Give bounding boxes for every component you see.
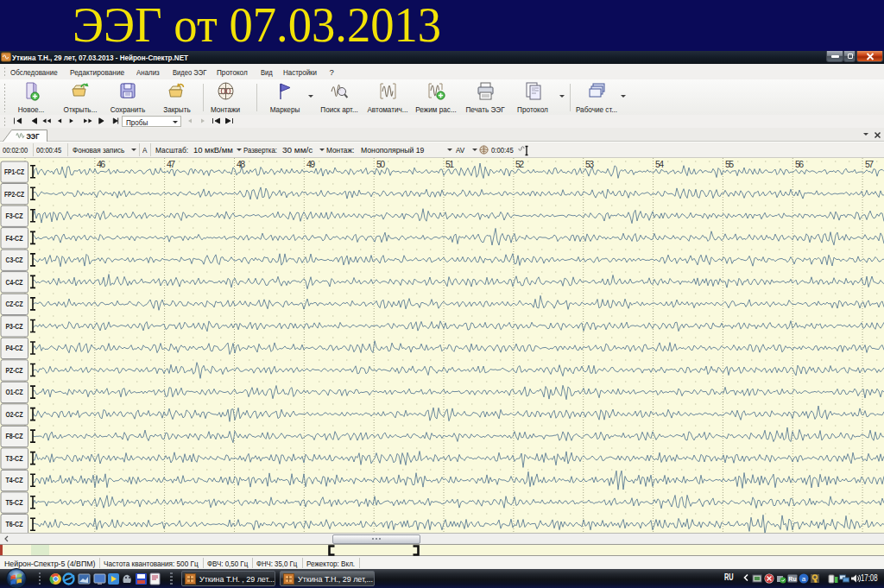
svg-text:56: 56	[795, 159, 804, 169]
svg-text:O1-CZ: O1-CZ	[6, 388, 23, 396]
svg-text:48: 48	[237, 159, 245, 169]
svg-text:F8-CZ: F8-CZ	[6, 432, 23, 440]
svg-text:49: 49	[306, 159, 315, 169]
svg-text:P4-CZ: P4-CZ	[6, 344, 23, 352]
svg-text:50: 50	[376, 159, 385, 169]
svg-text:54: 54	[655, 159, 664, 169]
svg-text:CZ-CZ: CZ-CZ	[6, 300, 23, 308]
svg-text:46: 46	[97, 159, 105, 169]
svg-text:T6-CZ: T6-CZ	[6, 520, 23, 528]
svg-text:57: 57	[865, 159, 874, 169]
svg-text:47: 47	[167, 159, 175, 169]
svg-text:FP1-CZ: FP1-CZ	[4, 168, 24, 176]
svg-text:PZ-CZ: PZ-CZ	[6, 366, 23, 375]
svg-text:55: 55	[725, 159, 734, 169]
svg-text:FP2-CZ: FP2-CZ	[4, 190, 24, 199]
svg-text:F3-CZ: F3-CZ	[6, 212, 23, 220]
svg-text:C3-CZ: C3-CZ	[6, 256, 23, 264]
svg-text:51: 51	[445, 159, 454, 169]
svg-text:T3-CZ: T3-CZ	[6, 454, 23, 463]
svg-text:O2-CZ: O2-CZ	[6, 410, 23, 419]
svg-text:P3-CZ: P3-CZ	[6, 322, 23, 331]
svg-text:T5-CZ: T5-CZ	[6, 498, 23, 507]
svg-text:ЭЭГ: ЭЭГ	[27, 131, 40, 141]
svg-text:52: 52	[515, 159, 524, 169]
svg-text:C4-CZ: C4-CZ	[6, 278, 23, 287]
svg-text:F4-CZ: F4-CZ	[6, 234, 23, 243]
svg-text:T4-CZ: T4-CZ	[6, 476, 23, 484]
svg-text:Ru: Ru	[788, 576, 796, 582]
svg-text:a: a	[802, 575, 806, 583]
